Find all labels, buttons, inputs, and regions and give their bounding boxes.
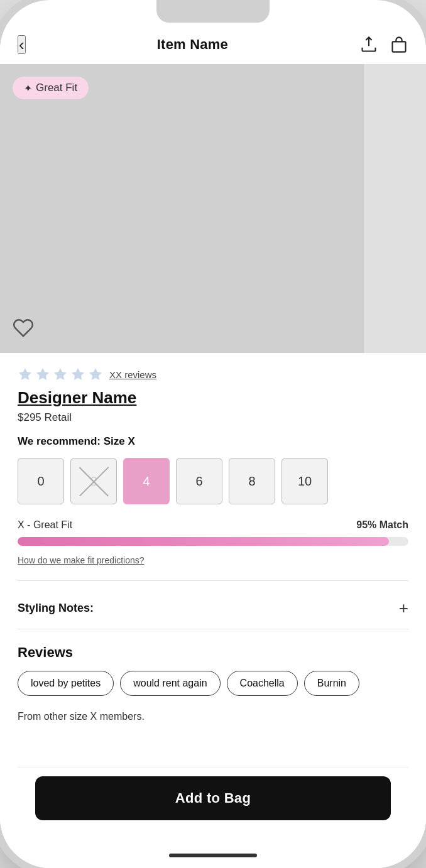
designer-name[interactable]: Designer Name [18,388,408,408]
fit-bar-background [18,537,408,546]
image-thumbnails [363,64,426,353]
size-btn-4[interactable]: 4 [123,458,170,504]
fit-label: X - Great Fit [18,519,72,531]
recommend-row: We recommend: Size X [18,435,408,448]
size-btn-6[interactable]: 6 [176,458,222,504]
size-btn-2[interactable]: 2 [70,458,117,504]
bag-icon [390,36,408,53]
page-title: Item Name [157,36,228,53]
divider-2 [18,629,408,629]
phone-frame: ‹ Item Name ✦ [0,0,426,868]
tag-burnin[interactable]: Burnin [304,671,359,696]
styling-notes-label: Styling Notes: [18,602,94,615]
add-to-bag-button[interactable]: Add to Bag [35,776,391,820]
add-to-bag-bar: Add to Bag [18,767,408,843]
heart-icon [13,317,34,339]
star-3 [53,367,68,382]
fit-bar-fill [18,537,389,546]
home-bar [169,854,257,857]
size-btn-10[interactable]: 10 [281,458,328,504]
review-tags-row: loved by petites would rent again Coache… [18,671,408,700]
size-btn-0[interactable]: 0 [18,458,64,504]
star-1 [18,367,33,382]
svg-rect-0 [393,41,406,52]
size-grid: 0 2 4 6 8 10 [18,458,408,507]
great-fit-label: Great Fit [36,82,77,94]
header-icons [359,35,408,54]
retail-price: $295 Retail [18,411,408,424]
from-members: From other size X members. [18,711,408,722]
fit-prediction-link[interactable]: How do we make fit predictions? [18,555,145,565]
plus-icon: + [399,600,408,616]
share-button[interactable] [359,35,378,54]
product-image-main: ✦ Great Fit [0,64,363,353]
stars [18,367,103,382]
spark-icon: ✦ [24,82,32,94]
bag-button[interactable] [390,35,408,54]
reviews-link[interactable]: XX reviews [109,369,156,380]
product-info: XX reviews Designer Name $295 Retail We … [0,353,426,843]
back-button[interactable]: ‹ [18,35,26,54]
fit-percent: 95% Match [356,519,408,531]
star-5 [88,367,103,382]
share-icon [360,36,378,53]
size-btn-8[interactable]: 8 [229,458,275,504]
home-indicator [0,843,426,868]
heart-button[interactable] [13,317,34,340]
tag-coachella[interactable]: Coachella [227,671,298,696]
fit-row: X - Great Fit 95% Match [18,519,408,531]
reviews-section-title: Reviews [18,644,408,661]
tag-loved-by-petites[interactable]: loved by petites [18,671,114,696]
phone-content: ‹ Item Name ✦ [0,23,426,868]
styling-notes-accordion[interactable]: Styling Notes: + [18,594,408,629]
image-area: ✦ Great Fit [0,64,426,353]
star-2 [35,367,50,382]
tag-would-rent-again[interactable]: would rent again [120,671,220,696]
header: ‹ Item Name [0,23,426,64]
great-fit-badge: ✦ Great Fit [13,77,89,99]
star-4 [70,367,85,382]
phone-notch [156,0,270,23]
rating-row: XX reviews [18,353,408,388]
divider-1 [18,580,408,581]
